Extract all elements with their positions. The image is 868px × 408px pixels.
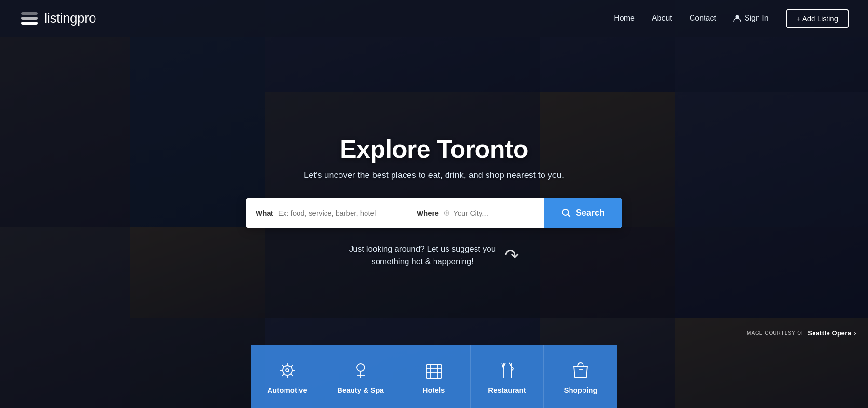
search-what-section: What — [246, 198, 407, 228]
nav-home[interactable]: Home — [614, 14, 635, 23]
category-automotive[interactable]: Automotive — [251, 345, 324, 408]
search-what-input[interactable] — [278, 209, 397, 217]
automotive-icon — [277, 360, 298, 381]
search-where-label: Where — [417, 209, 439, 217]
svg-line-21 — [282, 374, 284, 376]
shopping-icon — [570, 360, 591, 381]
svg-point-12 — [283, 366, 292, 375]
svg-rect-0 — [21, 22, 38, 25]
search-icon — [561, 208, 571, 218]
hero: Explore Toronto Let's uncover the best p… — [0, 0, 868, 408]
svg-point-22 — [357, 364, 365, 371]
categories: Automotive Beauty & Spa Hotels — [251, 345, 617, 408]
category-beauty-spa[interactable]: Beauty & Spa — [324, 345, 397, 408]
hotel-icon — [423, 360, 445, 381]
logo-text: listingpro — [44, 11, 96, 26]
search-button[interactable]: Search — [544, 198, 622, 228]
svg-line-19 — [291, 374, 293, 376]
image-courtesy[interactable]: IMAGE COURTESY OF Seattle Opera › — [745, 329, 856, 337]
svg-line-20 — [291, 365, 293, 367]
hero-title: Explore Toronto — [246, 135, 622, 163]
location-icon — [444, 208, 449, 217]
image-courtesy-arrow-icon: › — [854, 330, 857, 337]
search-where-section: Where — [407, 198, 544, 228]
search-where-input[interactable] — [453, 209, 534, 217]
nav-links: Home About Contact Sign In + Add Listing — [614, 9, 849, 28]
nav-contact[interactable]: Contact — [690, 14, 716, 23]
category-hotels-label: Hotels — [423, 386, 445, 394]
logo[interactable]: listingpro — [19, 8, 96, 28]
user-icon — [733, 14, 741, 22]
image-courtesy-name: Seattle Opera — [808, 329, 851, 337]
svg-line-11 — [568, 214, 570, 217]
search-what-label: What — [256, 209, 273, 217]
hero-content: Explore Toronto Let's uncover the best p… — [246, 135, 622, 268]
category-restaurant[interactable]: Restaurant — [471, 345, 544, 408]
search-bar: What Where — [246, 198, 622, 228]
suggestion-wrap: Just looking around? Let us suggest you … — [246, 243, 622, 268]
svg-point-5 — [446, 212, 448, 214]
suggestion-text: Just looking around? Let us suggest you … — [349, 243, 496, 268]
restaurant-icon — [497, 360, 518, 381]
add-listing-button[interactable]: + Add Listing — [786, 9, 849, 28]
svg-point-13 — [286, 369, 289, 372]
beauty-icon — [350, 360, 371, 381]
category-hotels[interactable]: Hotels — [397, 345, 471, 408]
logo-icon — [19, 8, 40, 28]
hero-subtitle: Let's uncover the best places to eat, dr… — [246, 170, 622, 180]
svg-rect-2 — [21, 12, 38, 15]
category-shopping-label: Shopping — [564, 386, 597, 394]
nav-signin[interactable]: Sign In — [733, 14, 769, 23]
category-automotive-label: Automotive — [267, 386, 307, 394]
navbar: listingpro Home About Contact Sign In + … — [0, 0, 868, 37]
nav-about[interactable]: About — [652, 14, 672, 23]
svg-line-18 — [282, 365, 284, 367]
svg-rect-1 — [21, 17, 38, 20]
search-btn-label: Search — [576, 208, 605, 218]
category-restaurant-label: Restaurant — [488, 386, 526, 394]
image-courtesy-label: IMAGE COURTESY OF — [745, 330, 805, 336]
swirl-arrow-icon: ↷ — [504, 245, 519, 266]
category-shopping[interactable]: Shopping — [544, 345, 617, 408]
category-beauty-spa-label: Beauty & Spa — [337, 386, 384, 394]
